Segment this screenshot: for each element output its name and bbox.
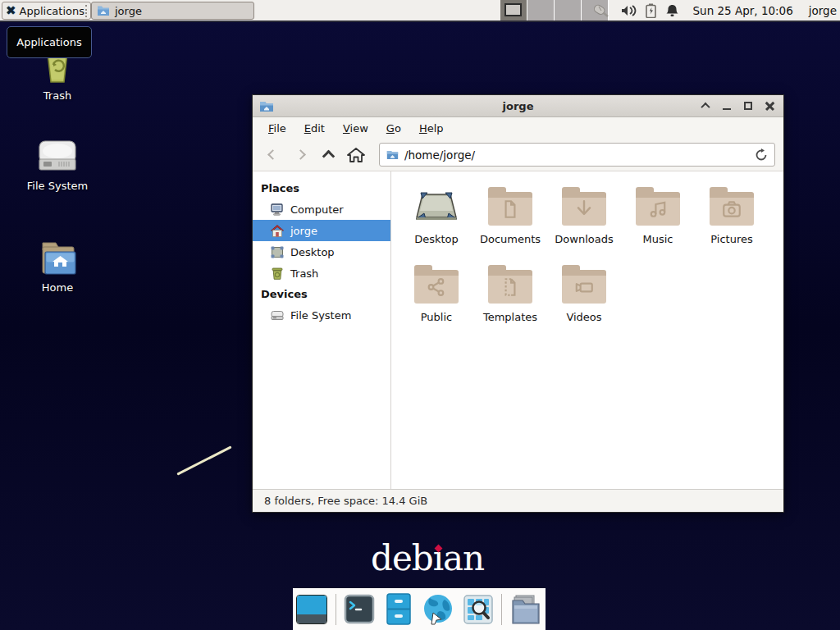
window-titlebar[interactable]: jorge [253,95,783,117]
places-header: Places [253,178,390,199]
folder-icon [562,193,606,226]
home-button[interactable] [345,144,368,167]
folder-icon [488,271,532,304]
sidebar-item-label: Desktop [290,246,335,258]
devices-header: Devices [253,284,390,304]
window-folder-icon [259,100,274,112]
folder-item-videos[interactable]: Videos [547,259,621,337]
trash-mini-icon [271,267,284,280]
desktop-icon-home[interactable]: Home [18,240,97,294]
path-folder-icon [386,149,399,160]
app-finder-launcher[interactable] [462,593,494,626]
close-button[interactable] [762,98,777,113]
folder-item-documents[interactable]: Documents [473,181,547,259]
workspace-window-preview [504,3,522,16]
panel-user-menu[interactable]: jorge [809,4,837,17]
show-desktop-button[interactable] [296,593,328,626]
top-panel: ✖ Applications jorge Sun 25 Apr, [0,0,840,22]
desktop-icon-label: Trash [43,89,71,102]
home-folder-icon [38,240,77,276]
folder-item-downloads[interactable]: Downloads [547,181,621,259]
folder-item-public[interactable]: Public [399,259,473,337]
folder-label: Desktop [414,233,459,245]
app-finder-icon [463,594,494,625]
panel-clock[interactable]: Sun 25 Apr, 10:06 [693,4,793,17]
video-emblem-icon [573,276,595,298]
camera-emblem-icon [721,199,742,220]
menu-file[interactable]: File [259,119,295,138]
mouse-device-icon[interactable] [591,2,611,19]
sidebar: Places Computer jorge [253,171,391,489]
terminal-launcher[interactable] [344,593,376,626]
folder-item-desktop[interactable]: Desktop [399,181,473,259]
forward-button[interactable] [289,144,312,167]
desktop-mini-icon [271,246,284,258]
menu-view[interactable]: View [334,119,377,138]
sidebar-item-computer[interactable]: Computer [253,199,390,220]
volume-icon[interactable] [620,4,637,17]
stray-line-artifact [176,445,231,475]
web-browser-launcher[interactable] [422,593,454,626]
debian-logo-i: ı [433,540,443,578]
sidebar-item-trash[interactable]: Trash [253,262,390,284]
forward-icon [295,149,306,160]
back-button[interactable] [261,144,284,167]
toolbar [253,139,783,171]
sidebar-item-jorge[interactable]: jorge [253,220,390,241]
folder-icon [414,271,459,304]
folder-item-pictures[interactable]: Pictures [695,181,769,259]
folder-label: Public [421,311,452,323]
menu-help[interactable]: Help [410,119,453,138]
shade-button[interactable] [698,98,713,113]
user-home-icon [271,225,284,237]
desktop-surface-icon [413,186,460,226]
taskbar-window-button[interactable]: jorge [91,2,254,20]
workspace-2[interactable] [527,0,555,21]
dock-separator [501,594,502,625]
file-manager-window: jorge File Edit View Go Help [252,94,784,513]
folder-item-music[interactable]: Music [621,181,695,259]
file-view[interactable]: Desktop Documents [391,171,783,489]
icon-grid: Desktop Documents [391,171,783,337]
desktop-icon-filesystem[interactable]: File System [18,139,97,192]
hard-drive-icon [36,139,79,174]
workspace-1[interactable] [500,0,527,21]
folder-label: Pictures [710,233,752,245]
download-emblem-icon [573,199,595,220]
file-manager-launcher[interactable] [509,593,542,626]
home-icon [347,147,365,163]
computer-icon [271,203,284,216]
document-emblem-icon [500,199,521,220]
terminal-icon [344,594,375,625]
statusbar-text: 8 folders, Free space: 14.4 GiB [264,495,427,507]
up-button[interactable] [317,144,340,167]
sidebar-item-label: jorge [290,225,317,237]
menu-edit[interactable]: Edit [295,119,334,138]
sidebar-item-label: Computer [290,203,344,216]
notification-bell-icon[interactable] [665,3,679,18]
sidebar-item-desktop[interactable]: Desktop [253,241,390,262]
file-manager-folder-icon [509,594,542,625]
file-cabinet-launcher[interactable] [383,593,415,626]
up-icon [322,150,335,163]
share-emblem-icon [426,276,447,298]
folder-item-templates[interactable]: Templates [473,259,547,337]
path-input[interactable] [404,148,749,162]
desktop-icon-label: Home [42,281,73,294]
reload-icon[interactable] [755,148,768,162]
taskbar-window-label: jorge [115,5,142,17]
battery-icon[interactable] [646,3,656,18]
sidebar-item-filesystem[interactable]: File System [253,304,390,326]
drive-mini-icon [271,309,284,321]
panel-handle[interactable] [85,5,88,17]
minimize-button[interactable] [719,98,734,113]
folder-label: Downloads [555,233,613,245]
folder-icon [636,193,680,226]
applications-menu-button[interactable]: ✖ Applications [2,2,91,20]
folder-icon [562,271,606,304]
menu-go[interactable]: Go [377,119,410,138]
workspace-3[interactable] [555,0,582,21]
applications-menu-icon: ✖ [6,5,16,17]
maximize-button[interactable] [741,98,756,113]
debian-logo-text: an [443,540,484,578]
